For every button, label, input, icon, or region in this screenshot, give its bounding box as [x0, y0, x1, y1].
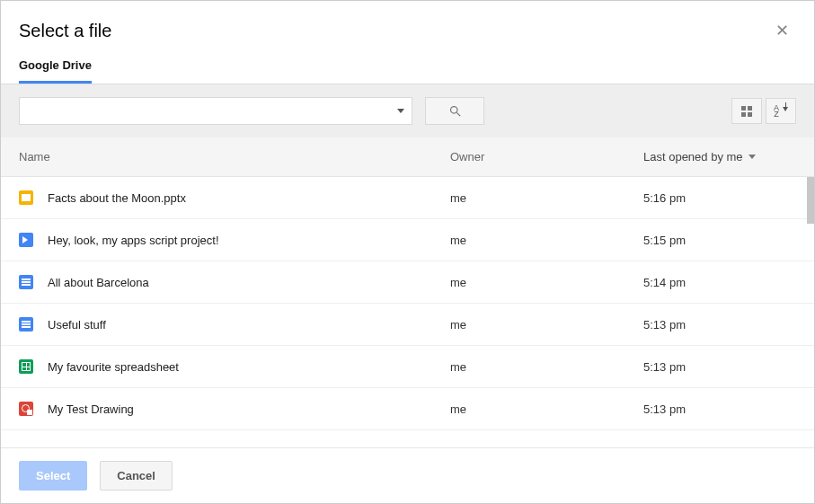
svg-line-1 [456, 112, 460, 116]
sort-button[interactable]: AZ [766, 98, 796, 124]
file-name: Hey, look, my apps script project! [48, 234, 219, 247]
file-row[interactable]: Hey, look, my apps script project!me5:15… [1, 219, 814, 261]
column-date[interactable]: Last opened by me [643, 150, 796, 164]
column-headers: Name Owner Last opened by me [1, 137, 814, 177]
file-owner: me [450, 191, 643, 205]
file-list: Facts about the Moon.pptxme5:16 pmHey, l… [1, 177, 814, 447]
dialog-header: Select a file ✕ [1, 1, 814, 53]
search-options-caret[interactable] [390, 109, 412, 113]
close-icon: ✕ [775, 22, 789, 40]
sort-arrow-down-icon [749, 155, 756, 159]
column-date-label: Last opened by me [643, 150, 743, 164]
dialog-title: Select a file [19, 21, 111, 41]
doc-icon [19, 275, 33, 289]
file-row[interactable]: Useful stuffme5:13 pm [1, 304, 814, 346]
file-name: Facts about the Moon.pptx [48, 191, 186, 205]
file-date: 5:13 pm [643, 360, 796, 374]
file-picker-dialog: Select a file ✕ Google Drive [1, 1, 814, 503]
file-owner: me [450, 276, 643, 289]
slides-icon [19, 190, 33, 205]
tab-bar: Google Drive [1, 53, 814, 84]
grid-view-button[interactable] [731, 98, 762, 124]
file-row[interactable]: Facts about the Moon.pptxme5:16 pm [1, 177, 814, 219]
file-owner: me [450, 402, 643, 416]
file-row[interactable]: My Test Drawingme5:13 pm [1, 388, 814, 430]
close-button[interactable]: ✕ [768, 17, 796, 44]
file-owner: me [450, 234, 643, 247]
dialog-footer: Select Cancel [1, 447, 814, 503]
file-name: My Test Drawing [48, 402, 134, 416]
toolbar: AZ [1, 84, 814, 137]
file-date: 5:13 pm [643, 318, 796, 332]
search-icon [448, 104, 462, 118]
file-date: 5:14 pm [643, 276, 796, 289]
file-row[interactable]: All about Barceloname5:14 pm [1, 261, 814, 304]
scrollbar-thumb[interactable] [807, 177, 814, 224]
caret-down-icon [397, 109, 404, 113]
file-date: 5:13 pm [643, 402, 796, 416]
file-name: All about Barcelona [48, 276, 149, 289]
select-button[interactable]: Select [19, 461, 87, 491]
script-icon [19, 233, 33, 247]
file-name: Useful stuff [48, 318, 106, 332]
tab-google-drive[interactable]: Google Drive [19, 53, 92, 84]
view-controls: AZ [731, 98, 796, 124]
draw-icon [19, 402, 33, 416]
file-date: 5:15 pm [643, 234, 796, 247]
search-button[interactable] [425, 97, 484, 125]
file-row[interactable]: My favourite spreadsheetme5:13 pm [1, 346, 814, 388]
sort-az-icon: AZ [774, 105, 788, 118]
file-owner: me [450, 318, 643, 332]
cancel-button[interactable]: Cancel [100, 461, 173, 491]
doc-icon [19, 317, 33, 332]
svg-point-0 [450, 107, 457, 114]
file-date: 5:16 pm [643, 191, 796, 205]
search-input[interactable] [20, 98, 390, 124]
grid-icon [741, 106, 752, 117]
file-owner: me [450, 360, 643, 374]
search-box [19, 97, 412, 125]
sheet-icon [19, 359, 33, 374]
column-owner[interactable]: Owner [450, 150, 643, 164]
column-name[interactable]: Name [19, 150, 450, 164]
file-name: My favourite spreadsheet [48, 360, 179, 374]
